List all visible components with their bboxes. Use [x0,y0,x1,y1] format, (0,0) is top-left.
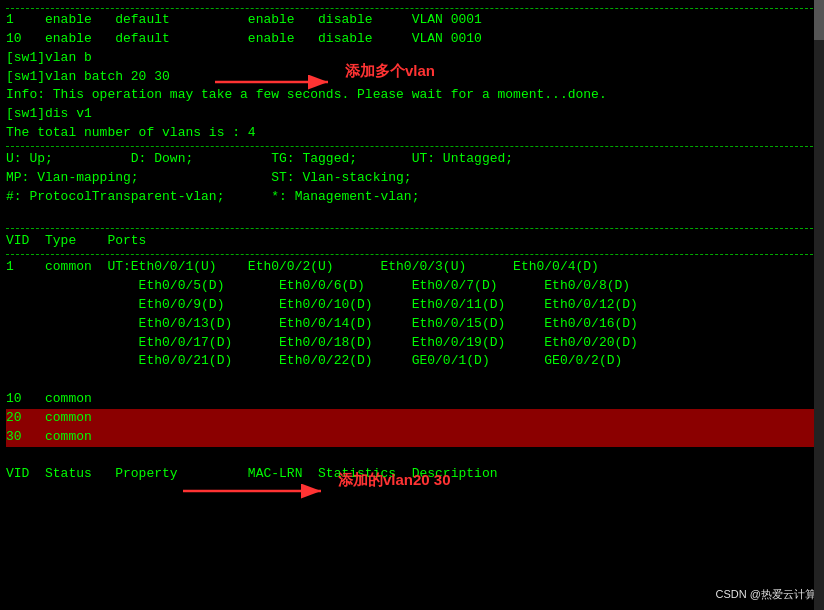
port-row-1: 1 common UT:Eth0/0/1(U) Eth0/0/2(U) Eth0… [6,258,818,277]
scrollbar-thumb[interactable] [814,0,824,40]
vlan-line-10: 10 enable default enable disable VLAN 00… [6,30,818,49]
vlan-line-1: 1 enable default enable disable VLAN 000… [6,11,818,30]
legend-mp: MP: Vlan-mapping; ST: Vlan-stacking; [6,169,818,188]
vlan-10-row: 10 common [6,390,818,409]
arrow-2 [178,481,333,501]
blank-2 [6,371,818,390]
blank-3 [6,447,818,466]
watermark: CSDN @热爱云计算 [716,587,816,602]
annotation-add-vlan: 添加多个vlan [345,62,435,81]
total-vlans: The total number of vlans is : 4 [6,124,818,143]
port-row-5: Eth0/0/17(D) Eth0/0/18(D) Eth0/0/19(D) E… [6,334,818,353]
cmd-dis: [sw1]dis v1 [6,105,818,124]
annotation-add-vlan2030: 添加的vlan20 30 [338,471,451,490]
port-row-3: Eth0/0/9(D) Eth0/0/10(D) Eth0/0/11(D) Et… [6,296,818,315]
port-row-4: Eth0/0/13(D) Eth0/0/14(D) Eth0/0/15(D) E… [6,315,818,334]
vid-header: VID Type Ports [6,232,818,251]
vlan-30-row: 30 common [6,428,818,447]
vlan-20-row: 20 common [6,409,818,428]
legend-proto: #: ProtocolTransparent-vlan; *: Manageme… [6,188,818,207]
port-row-6: Eth0/0/21(D) Eth0/0/22(D) GE0/0/1(D) GE0… [6,352,818,371]
arrow-1 [210,72,340,92]
scrollbar[interactable] [814,0,824,610]
terminal: 1 enable default enable disable VLAN 000… [0,0,824,610]
legend-ud: U: Up; D: Down; TG: Tagged; UT: Untagged… [6,150,818,169]
info-line: Info: This operation may take a few seco… [6,86,818,105]
blank-1 [6,206,818,225]
port-row-2: Eth0/0/5(D) Eth0/0/6(D) Eth0/0/7(D) Eth0… [6,277,818,296]
